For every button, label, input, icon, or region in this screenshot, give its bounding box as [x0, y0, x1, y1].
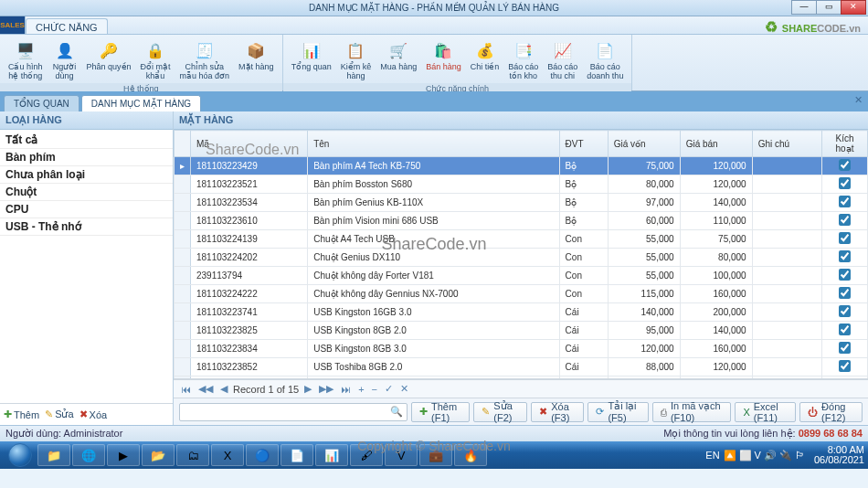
col-header[interactable]: ĐVT [559, 131, 608, 157]
tray-icon[interactable]: 🔼 [724, 450, 736, 461]
pager-next-page[interactable]: ▶▶ [317, 383, 335, 395]
language-indicator[interactable]: EN [705, 450, 719, 461]
table-row[interactable]: 181103223825USB Kingston 8GB 2.0Cái95,00… [175, 322, 868, 340]
table-row[interactable]: 181103223741USB Kingston 16GB 3.0Cái140,… [175, 303, 868, 322]
taskbar-item[interactable]: 📁 [37, 444, 70, 466]
tab-close-icon[interactable]: ✕ [854, 94, 863, 106]
maximize-button[interactable]: ▭ [816, 0, 842, 15]
taskbar-item[interactable]: V [385, 444, 418, 466]
pager-add[interactable]: + [356, 384, 365, 395]
toolbar-đóng[interactable]: ⏻Đóng (F12) [799, 402, 863, 422]
pager-edit[interactable]: ✓ [383, 383, 395, 395]
taskbar-item[interactable]: ▶ [107, 444, 140, 466]
ribbon-cấu-hình-hệ-thống[interactable]: 🖥️Cấu hình hệ thống [4, 37, 48, 83]
active-checkbox[interactable] [839, 342, 851, 354]
pager-remove[interactable]: − [370, 384, 379, 395]
taskbar-clock[interactable]: 8:00 AM 06/08/2021 [814, 445, 864, 465]
tree-item[interactable]: Tất cả [0, 132, 173, 149]
sidebar-delete-button[interactable]: ✖Xóa [79, 408, 108, 420]
ribbon-phân-quyền[interactable]: 🔑Phân quyền [82, 37, 136, 83]
ribbon-mặt-hàng[interactable]: 📦Mặt hàng [234, 37, 279, 83]
close-button[interactable]: ✕ [841, 0, 866, 15]
tray-icon[interactable]: V [755, 450, 761, 461]
active-checkbox[interactable] [839, 177, 851, 189]
ribbon-đổi-mật-khẩu[interactable]: 🔒Đổi mật khẩu [136, 37, 175, 83]
pager-last[interactable]: ⏭ [339, 384, 353, 395]
active-checkbox[interactable] [839, 269, 851, 281]
ribbon-người-dùng[interactable]: 👤Người dùng [48, 37, 82, 83]
taskbar-item[interactable]: 🗂 [176, 444, 209, 466]
tray-icon[interactable]: 🔌 [779, 450, 792, 461]
tray-icon[interactable]: ⬜ [739, 450, 752, 461]
taskbar-item[interactable]: 💼 [419, 444, 452, 466]
col-header[interactable]: Mã [191, 131, 308, 157]
active-checkbox[interactable] [839, 360, 851, 372]
tray-icon[interactable]: 🔊 [764, 450, 777, 461]
search-input[interactable] [184, 407, 390, 417]
ribbon-tổng-quan[interactable]: 📊Tổng quan [287, 37, 336, 83]
search-icon[interactable]: 🔍 [390, 406, 403, 418]
ribbon-báo-cáo-doanh-thu[interactable]: 📄Báo cáo doanh thu [582, 37, 628, 83]
active-checkbox[interactable] [839, 196, 851, 207]
col-header[interactable]: Kích hoạt [822, 131, 868, 157]
taskbar-item[interactable]: 📄 [281, 444, 313, 466]
table-row[interactable]: 181103223852USB Toshiba 8GB 2.0Cái88,000… [175, 358, 868, 377]
grid-wrapper[interactable]: MãTênĐVTGiá vốnGiá bánGhi chúKích hoạt▸1… [174, 130, 868, 379]
active-checkbox[interactable] [839, 159, 851, 171]
tree-item[interactable]: CPU [0, 201, 173, 218]
active-checkbox[interactable] [839, 214, 851, 226]
toolbar-xóa[interactable]: ✖Xóa (F3) [531, 402, 584, 422]
pager-prev-page[interactable]: ◀◀ [196, 383, 215, 395]
ribbon-mua-hàng[interactable]: 🛒Mua hàng [376, 37, 421, 83]
start-button[interactable] [4, 441, 37, 469]
taskbar-item[interactable]: X [211, 444, 244, 466]
sidebar-edit-button[interactable]: ✎Sửa [45, 408, 73, 420]
active-checkbox[interactable] [839, 287, 851, 299]
table-row[interactable]: ▸181103223429Bàn phím A4 Tech KB-750Bộ75… [175, 157, 868, 175]
tree-item[interactable]: Chuột [0, 184, 173, 201]
tray-icon[interactable]: 🏳 [795, 450, 805, 461]
ribbon-báo-cáo-thu-chi[interactable]: 📈Báo cáo thu chi [543, 37, 582, 83]
table-row[interactable]: 181103223534Bàn phím Genius KB-110XBộ97,… [175, 194, 868, 212]
active-checkbox[interactable] [839, 305, 851, 317]
active-checkbox[interactable] [839, 250, 851, 262]
toolbar-excel[interactable]: XExcel (F11) [735, 402, 796, 422]
sidebar-add-button[interactable]: ✚Thêm [4, 408, 39, 420]
col-header[interactable]: Giá vốn [608, 131, 680, 157]
menu-tab-chucnang[interactable]: CHỨC NĂNG [26, 18, 108, 34]
pager-cancel[interactable]: ✕ [398, 383, 410, 395]
ribbon-báo-cáo-tồn-kho[interactable]: 📑Báo cáo tồn kho [503, 37, 543, 83]
active-checkbox[interactable] [839, 324, 851, 335]
toolbar-in[interactable]: ⎙In mã vạch (F10) [652, 402, 731, 422]
table-row[interactable]: 181103223834USB Kingston 8GB 3.0Cái120,0… [175, 340, 868, 358]
ribbon-chi-tiền[interactable]: 💰Chi tiền [466, 37, 504, 83]
minimize-button[interactable]: — [791, 0, 817, 15]
pager-next[interactable]: ▶ [302, 383, 313, 395]
tree-item[interactable]: Chưa phân loại [0, 166, 173, 184]
table-row[interactable]: 181103224202Chuột Genius DX110Con55,0008… [175, 249, 868, 267]
app-logo[interactable]: SALES [0, 16, 26, 34]
pager-prev[interactable]: ◀ [218, 383, 229, 395]
taskbar-item[interactable]: 🌐 [72, 444, 105, 466]
doc-tab[interactable]: TỔNG QUAN [4, 95, 79, 111]
table-row[interactable]: 181103224139Chuột A4 Tech USBCon55,00075… [175, 230, 868, 249]
ribbon-bán-hàng[interactable]: 🛍️Bán hàng [421, 37, 466, 83]
doc-tab[interactable]: DANH MỤC MẶT HÀNG [81, 95, 201, 111]
search-box[interactable]: 🔍 [179, 403, 408, 421]
col-header[interactable]: Giá bán [680, 131, 752, 157]
taskbar-item[interactable]: 🖋 [350, 444, 383, 466]
pager-first[interactable]: ⏮ [179, 384, 193, 395]
ribbon-kiểm-kê-hàng[interactable]: 📋Kiểm kê hàng [336, 37, 376, 83]
col-header[interactable]: Tên [308, 131, 559, 157]
col-header[interactable]: Ghi chú [752, 131, 821, 157]
ribbon-chỉnh-sửa-mẫu-hóa-đơn[interactable]: 🧾Chỉnh sửa mẫu hóa đơn [175, 37, 235, 83]
tree-item[interactable]: USB - Thẻ nhớ [0, 218, 173, 236]
table-row[interactable]: 181103223521Bàn phím Bosston S680Bộ80,00… [175, 175, 868, 194]
table-row[interactable]: 239113794Chuột không dây Forter V181Con5… [175, 267, 868, 285]
taskbar-item[interactable]: 🔥 [454, 444, 487, 466]
toolbar-sửa[interactable]: ✎Sửa (F2) [473, 402, 527, 422]
taskbar-item[interactable]: 📊 [315, 444, 348, 466]
tree-item[interactable]: Bàn phím [0, 149, 173, 166]
table-row[interactable]: 181103224222Chuột không dây Gennius NX-7… [175, 285, 868, 303]
taskbar-item[interactable]: 🔵 [246, 444, 279, 466]
